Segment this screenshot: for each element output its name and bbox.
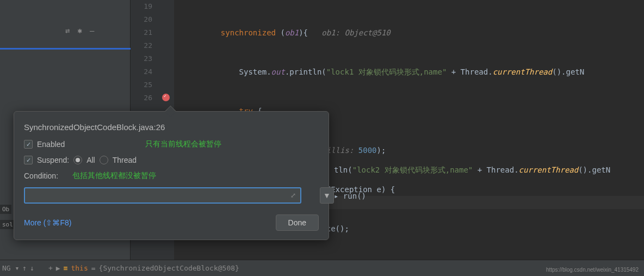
nav-up-icon[interactable]: ↑ (22, 264, 27, 272)
line-number: 22 (131, 39, 152, 52)
tab-indicator[interactable]: NG ▾ (2, 264, 19, 272)
side-code: tln("lock2 对象锁代码块形式,name" + Thread.curre… (334, 163, 610, 176)
string: "lock2 对象锁代码块形式,name" (352, 165, 473, 174)
left-tab-ob[interactable]: Ob (0, 205, 11, 214)
breakpoint-icon[interactable] (162, 94, 171, 102)
gear-icon[interactable]: ✱ (77, 26, 82, 35)
breakpoint-popup: SynchronizedObjectCodeBlock.java:26 ✓ En… (14, 111, 329, 240)
code-text: ); (377, 146, 386, 155)
suspend-checkbox[interactable]: ✓ (24, 156, 33, 164)
play-icon[interactable]: ▶ (56, 264, 60, 272)
line-number: 20 (131, 13, 152, 26)
dropdown-button[interactable]: ▼ (320, 187, 334, 204)
line-number: 24 (131, 65, 152, 78)
line-number: 26 (131, 91, 152, 105)
run-label: ▸ run() (334, 192, 366, 200)
watermark: https://blog.csdn.net/weixin_41315492 (546, 267, 639, 273)
code-text: System. (239, 68, 271, 76)
suspend-label: Suspend: (37, 156, 69, 164)
condition-input[interactable]: ⤢ (24, 187, 301, 204)
code-text: + Thread. (447, 68, 492, 76)
equals-icon: ≡ (64, 264, 68, 272)
code-text: ().getN (552, 68, 584, 76)
enabled-checkbox[interactable]: ✓ (24, 140, 33, 149)
line-number: 21 (131, 26, 152, 39)
code-text: ().getN (578, 165, 610, 174)
annotation-2: 包括其他线程都没被暂停 (72, 171, 156, 181)
line-number: 25 (131, 78, 152, 91)
debug-value: {SynchronizedObjectCodeBlock@508} (99, 264, 239, 272)
condition-label: Condition: (24, 171, 58, 180)
nav-down-icon[interactable]: ↓ (30, 264, 34, 272)
this-keyword: this (71, 264, 88, 272)
panel-toolbar: ⇄ ✱ — (65, 26, 94, 35)
settings-icon[interactable]: ⇄ (65, 26, 70, 35)
inline-comment: ob1: Object@510 (321, 28, 390, 37)
eq-text: = (91, 264, 96, 272)
keyword: synchronized (221, 28, 276, 37)
popup-title: SynchronizedObjectCodeBlock.java:26 (24, 122, 319, 132)
method: currentThread (519, 165, 579, 174)
string: "lock1 对象锁代码块形式,name" (326, 68, 447, 76)
collapse-icon[interactable]: — (90, 26, 94, 35)
thread-label: Thread (113, 156, 137, 164)
var: ob1 (285, 28, 299, 37)
selection-strip (0, 48, 131, 50)
code-text: tln( (334, 165, 352, 174)
code-text: + Thread. (473, 165, 518, 174)
all-label: All (86, 156, 95, 164)
line-number: 23 (131, 52, 152, 65)
annotation-1: 只有当前线程会被暂停 (145, 139, 221, 149)
code-text: .println( (285, 68, 326, 76)
number: 5000 (354, 146, 376, 155)
done-button[interactable]: Done (276, 214, 319, 231)
field: out (271, 68, 285, 76)
line-number: 19 (131, 0, 152, 13)
radio-thread[interactable] (100, 156, 108, 164)
add-icon[interactable]: + (48, 264, 53, 272)
more-link[interactable]: More (⇧⌘F8) (24, 218, 71, 227)
expand-icon[interactable]: ⤢ (290, 192, 296, 199)
enabled-label: Enabled (37, 140, 65, 149)
radio-all[interactable] (73, 156, 82, 164)
method: currentThread (493, 68, 553, 76)
left-tab-sol[interactable]: sol (0, 220, 15, 229)
